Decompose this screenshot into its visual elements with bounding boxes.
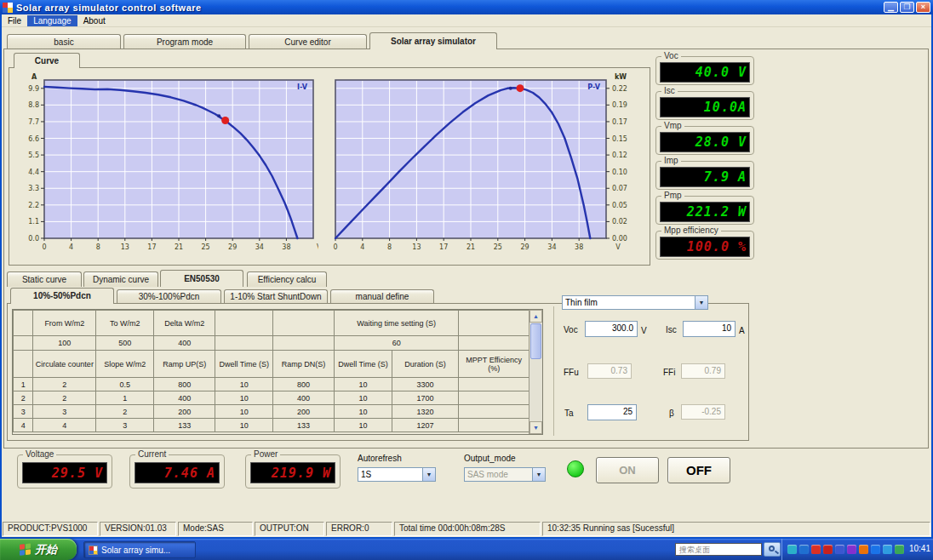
- chevron-down-icon[interactable]: ▼: [422, 468, 435, 481]
- menu-about[interactable]: About: [77, 15, 112, 26]
- table-cell[interactable]: 10: [335, 378, 392, 391]
- table-cell[interactable]: 10: [335, 419, 392, 432]
- table-cell[interactable]: 100: [33, 336, 96, 351]
- table-cell[interactable]: 800: [154, 378, 215, 391]
- svg-text:0.17: 0.17: [612, 118, 627, 126]
- table-cell[interactable]: 400: [154, 391, 215, 405]
- minimize-icon[interactable]: ▁: [884, 2, 898, 13]
- table-cell[interactable]: 133: [154, 419, 215, 432]
- tab-curve-editor[interactable]: Curve editor: [249, 34, 367, 49]
- table-cell[interactable]: 4: [14, 419, 33, 432]
- tab-start-shuntdown[interactable]: 1-10% Start ShuntDown: [224, 289, 328, 304]
- voc-input[interactable]: 300.0: [585, 321, 638, 337]
- tab-manual-define[interactable]: manual define: [330, 289, 434, 304]
- table-cell[interactable]: 3300: [392, 378, 458, 391]
- table-cell[interactable]: 200: [154, 405, 215, 419]
- table-cell[interactable]: 3: [33, 405, 96, 419]
- table-cell[interactable]: [459, 391, 529, 405]
- table-cell[interactable]: 3: [14, 405, 33, 419]
- tray-icon-5[interactable]: [835, 545, 844, 554]
- tab-static-curve[interactable]: Static curve: [7, 271, 82, 287]
- desktop-search-input[interactable]: 搜索桌面: [675, 543, 762, 556]
- table-cell[interactable]: 0.5: [96, 378, 154, 391]
- table-cell[interactable]: 10: [215, 419, 273, 432]
- table-cell[interactable]: 4: [33, 419, 96, 432]
- tray-icon-10[interactable]: [895, 545, 904, 554]
- on-button[interactable]: ON: [596, 457, 659, 483]
- tray-icon-6[interactable]: [847, 545, 856, 554]
- table-cell[interactable]: 2: [96, 405, 154, 419]
- scroll-thumb[interactable]: [530, 323, 541, 359]
- table-cell[interactable]: 1207: [392, 419, 458, 432]
- table-cell[interactable]: 800: [273, 378, 335, 391]
- svg-text:0.05: 0.05: [612, 202, 627, 209]
- off-button[interactable]: OFF: [667, 457, 730, 483]
- table-cell[interactable]: 133: [273, 419, 335, 432]
- autorefresh-select[interactable]: 1S ▼: [358, 467, 436, 482]
- maximize-icon[interactable]: ❐: [900, 2, 914, 13]
- mpp-marker[interactable]: [516, 84, 524, 92]
- table-cell[interactable]: 200: [273, 405, 335, 419]
- ta-input[interactable]: 25: [587, 404, 637, 420]
- table-cell[interactable]: [273, 336, 335, 351]
- table-cell[interactable]: 2: [14, 391, 33, 405]
- search-icon[interactable]: [764, 542, 781, 557]
- table-cell[interactable]: 400: [154, 336, 215, 351]
- tray-icon-4[interactable]: [823, 545, 833, 554]
- scroll-down-icon[interactable]: ▼: [529, 421, 542, 434]
- table-cell[interactable]: [459, 378, 529, 391]
- tab-10-50-pdcn[interactable]: 10%-50%Pdcn: [10, 288, 114, 304]
- table-cell[interactable]: 400: [273, 391, 335, 405]
- chevron-down-icon[interactable]: ▼: [532, 468, 545, 481]
- mpp-marker[interactable]: [221, 117, 229, 124]
- tab-program-mode[interactable]: Program mode: [123, 34, 246, 49]
- pv-type-select[interactable]: Thin film ▼: [562, 295, 708, 310]
- tray-icon-7[interactable]: [859, 545, 868, 554]
- table-cell[interactable]: [459, 419, 529, 432]
- tray-icon-2[interactable]: [799, 545, 809, 554]
- table-cell[interactable]: 10: [215, 405, 273, 419]
- close-icon[interactable]: ×: [916, 2, 930, 13]
- tab-efficiency-calcu[interactable]: Efficiency calcu: [247, 271, 327, 287]
- table-cell[interactable]: 1: [14, 378, 33, 391]
- tab-solar-array-simulator[interactable]: Solar array simulator: [369, 32, 497, 49]
- menu-language[interactable]: Language: [27, 15, 77, 26]
- tab-30-100-pdcn[interactable]: 30%-100%Pdcn: [117, 289, 221, 304]
- table-cell[interactable]: 1: [96, 391, 154, 405]
- tray-icon-9[interactable]: [883, 545, 892, 554]
- table-cell[interactable]: [14, 336, 33, 351]
- tab-curve[interactable]: Curve: [14, 53, 80, 68]
- table-cell[interactable]: 1320: [392, 405, 458, 419]
- chevron-down-icon[interactable]: ▼: [695, 296, 707, 309]
- tab-dynamic-curve[interactable]: Dynamic curve: [83, 271, 158, 287]
- table-cell[interactable]: 1700: [392, 391, 458, 405]
- scroll-up-icon[interactable]: ▲: [529, 310, 542, 323]
- table-cell[interactable]: [459, 405, 529, 419]
- table-cell[interactable]: 2: [33, 391, 96, 405]
- table-cell[interactable]: 60: [335, 336, 459, 351]
- table-cell[interactable]: 2: [33, 378, 96, 391]
- table-cell[interactable]: 500: [96, 336, 154, 351]
- taskbar-app-button[interactable]: Solar array simu...: [83, 541, 196, 558]
- isc-input[interactable]: 10: [683, 321, 736, 337]
- taskbar-clock[interactable]: 10:41: [909, 544, 930, 553]
- menu-file[interactable]: File: [2, 15, 27, 26]
- table-cell[interactable]: 10: [335, 391, 392, 405]
- table-cell[interactable]: 3: [96, 419, 154, 432]
- table-scrollbar[interactable]: ▲ ▼: [529, 310, 542, 434]
- tab-en50530[interactable]: EN50530: [160, 270, 243, 287]
- output-mode-select[interactable]: SAS mode ▼: [464, 467, 546, 482]
- table-cell[interactable]: 10: [215, 391, 273, 405]
- tray-icon-1[interactable]: [787, 545, 797, 554]
- ffi-input[interactable]: 0.79: [681, 363, 725, 379]
- tab-basic[interactable]: basic: [7, 34, 121, 49]
- table-cell[interactable]: 10: [215, 378, 273, 391]
- tray-icon-3[interactable]: [811, 545, 821, 554]
- table-cell[interactable]: 10: [335, 405, 392, 419]
- table-cell[interactable]: [215, 336, 273, 351]
- beta-input[interactable]: -0.25: [681, 404, 725, 420]
- tray-icon-8[interactable]: [871, 545, 880, 554]
- table-cell[interactable]: [459, 336, 529, 351]
- start-button[interactable]: 开始: [0, 539, 77, 560]
- ffu-input[interactable]: 0.73: [587, 363, 632, 379]
